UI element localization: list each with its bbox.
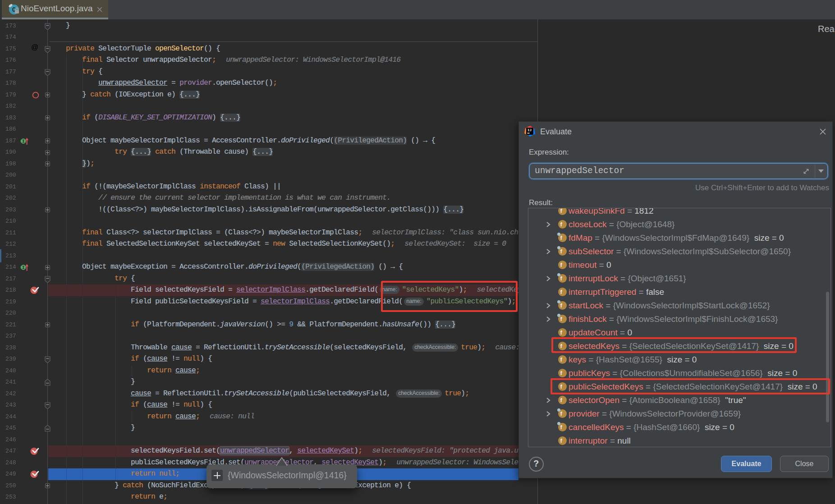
svg-text:IJ: IJ (528, 128, 532, 132)
